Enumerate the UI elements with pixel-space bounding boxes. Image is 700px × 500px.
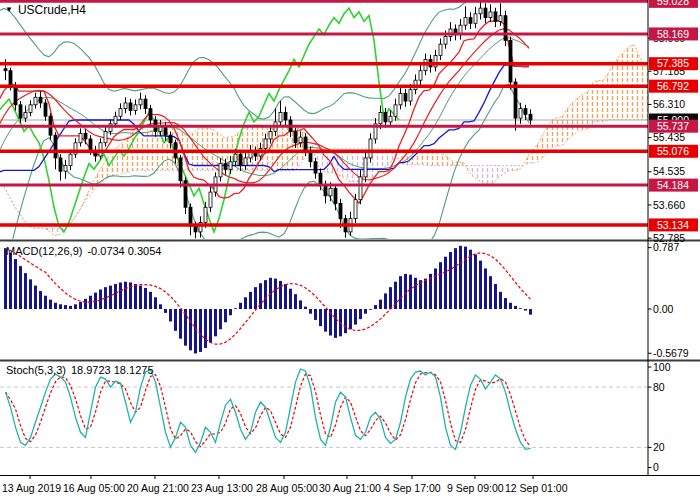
price-tick-label: 55.435 — [653, 131, 685, 143]
macd-bar — [204, 309, 207, 348]
candle-body — [219, 164, 222, 177]
date-label: 30 Aug 21:00 — [319, 482, 381, 494]
candle-body — [14, 86, 17, 105]
macd-bar — [434, 268, 437, 309]
macd-bar — [29, 279, 32, 309]
macd-bar — [244, 297, 247, 309]
macd-bar — [399, 276, 402, 309]
candle-body — [59, 158, 62, 171]
candle-body — [384, 112, 387, 121]
stoch-indicator-label: Stoch(5,3,3) 18.9723 18.1275 — [6, 364, 154, 376]
candle-body — [149, 109, 152, 120]
macd-bar — [119, 282, 122, 309]
macd-bar — [344, 309, 347, 333]
macd-tick-label: 0.00 — [653, 303, 674, 315]
macd-bar — [309, 309, 312, 314]
candle-body — [359, 177, 362, 200]
macd-bar — [304, 307, 307, 309]
candle-body — [494, 12, 497, 21]
macd-bar — [514, 306, 517, 309]
candle-body — [99, 143, 102, 156]
macd-bar — [529, 309, 532, 315]
stoch-k-line — [6, 369, 531, 452]
candle-body — [264, 139, 267, 148]
macd-bar — [409, 275, 412, 309]
candle-body — [194, 226, 197, 232]
macd-bar — [349, 309, 352, 329]
macd-bar — [34, 286, 37, 309]
symbol-label[interactable]: ▼ USCrude,H4 — [5, 3, 86, 17]
macd-bar — [364, 309, 367, 314]
candle-body — [404, 93, 407, 101]
macd-bar — [69, 306, 72, 309]
price-level-label: 58.169 — [657, 28, 689, 40]
macd-bar — [79, 302, 82, 309]
candle-body — [394, 105, 397, 116]
macd-bar — [179, 309, 182, 339]
candle-body — [334, 188, 337, 203]
macd-bar — [224, 309, 227, 322]
candle-body — [29, 105, 32, 113]
macd-bar — [449, 252, 452, 309]
macd-bar — [169, 309, 172, 321]
macd-bar — [159, 304, 162, 309]
macd-bar — [254, 287, 257, 309]
date-label: 16 Aug 05:00 — [63, 482, 125, 494]
candle-body — [314, 162, 317, 173]
date-label: 13 Aug 2019 — [2, 482, 61, 494]
candle-body — [89, 139, 92, 150]
candle-body — [469, 18, 472, 24]
macd-bar — [219, 309, 222, 329]
candle-body — [319, 173, 322, 184]
date-label: 4 Sep 17:00 — [384, 482, 441, 494]
candle-body — [209, 192, 212, 207]
price-tick-label: 56.310 — [653, 98, 685, 110]
macd-bar — [359, 309, 362, 319]
panel-separator — [0, 360, 700, 362]
panel-separator — [0, 240, 700, 242]
candle-body — [64, 166, 67, 172]
candle-body — [279, 112, 282, 121]
stoch-tick-label: 100 — [653, 361, 671, 373]
time-axis: 13 Aug 201916 Aug 05:0020 Aug 21:0023 Au… — [2, 476, 568, 495]
macd-bar — [84, 299, 87, 309]
macd-bar — [264, 280, 267, 309]
candle-body — [269, 131, 272, 139]
date-label: 9 Sep 09:00 — [447, 482, 504, 494]
macd-bar — [374, 305, 377, 309]
macd-tick-label: 0.787 — [653, 241, 679, 253]
candle-body — [104, 131, 107, 142]
macd-bar — [144, 288, 147, 309]
price-level-label: 56.792 — [657, 80, 689, 92]
macd-bar — [284, 284, 287, 309]
symbol-dropdown-icon[interactable]: ▼ — [5, 6, 13, 14]
macd-bar — [494, 284, 497, 309]
price-level-label: 53.134 — [657, 219, 689, 231]
macd-bar — [444, 257, 447, 309]
candle-body — [24, 112, 27, 118]
macd-bar — [49, 300, 52, 309]
symbol-name: USCrude,H4 — [18, 3, 86, 17]
candle-body — [34, 97, 37, 105]
macd-bar — [299, 300, 302, 309]
price-level-label: 59.028 — [657, 0, 689, 7]
macd-bar — [234, 308, 237, 309]
candle-body — [294, 131, 297, 142]
macd-bar — [474, 254, 477, 309]
macd-bar — [419, 280, 422, 309]
macd-bar — [334, 309, 337, 338]
candle-body — [489, 12, 492, 18]
macd-bar — [294, 294, 297, 309]
candle-body — [364, 158, 367, 177]
ichimoku-cloud — [4, 45, 659, 236]
macd-histogram — [4, 246, 532, 354]
candle-body — [444, 37, 447, 45]
candle-body — [389, 116, 392, 122]
price-level-label: 55.737 — [657, 120, 689, 132]
macd-bar — [509, 303, 512, 309]
macd-bar — [19, 266, 22, 309]
macd-bar — [249, 292, 252, 309]
macd-bar — [24, 273, 27, 309]
macd-bar — [74, 304, 77, 309]
macd-bar — [239, 303, 242, 309]
